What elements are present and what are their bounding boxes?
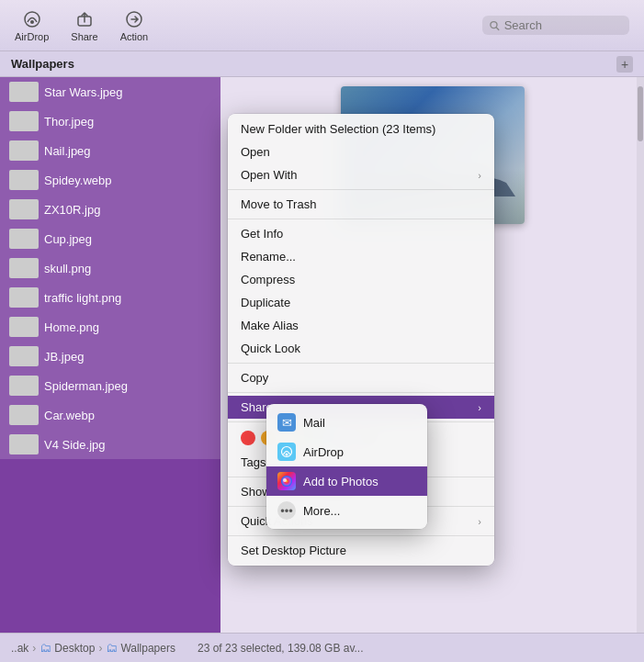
breadcrumb: ..ak › 🗂 Desktop › 🗂 Wallpapers 23 of 23… [11,641,364,655]
ctx-set-desktop[interactable]: Set Desktop Picture [228,539,494,562]
ctx-move-to-trash[interactable]: Move to Trash [228,193,494,216]
status-text: 23 of 23 selected, 139.08 GB av... [198,642,364,655]
file-thumb [9,111,39,131]
file-item[interactable]: Spiderman.jpeg [0,371,220,400]
share-submenu: ✉ Mail AirDrop [266,404,427,529]
file-item[interactable]: Spidey.webp [0,165,220,195]
file-name: ZX10R.jpg [44,203,100,217]
ctx-make-alias[interactable]: Make Alias [228,314,494,337]
file-name: Thor.jpeg [44,115,94,129]
airdrop-icon [22,9,42,29]
toolbar-airdrop[interactable]: AirDrop [15,9,49,42]
file-thumb [9,376,39,396]
file-item[interactable]: Cup.jpeg [0,224,220,253]
airdrop-submenu-icon [277,443,296,461]
svg-point-1 [30,20,34,24]
share-add-to-photos[interactable]: Add to Photos [266,466,427,496]
toolbar-share[interactable]: Share [71,9,97,42]
share-more[interactable]: ••• More... [266,496,427,525]
breadcrumb-wallpapers: 🗂 Wallpapers [106,641,175,655]
search-input[interactable] [504,18,622,32]
file-name: Home.png [44,320,99,334]
svg-point-7 [286,454,288,456]
ctx-copy[interactable]: Copy [228,366,494,389]
file-item[interactable]: skull.png [0,253,220,283]
file-list[interactable]: Star Wars.jpeg Thor.jpeg Nail.jpeg Spide… [0,77,220,633]
share-mail[interactable]: ✉ Mail [266,408,427,437]
svg-point-8 [281,476,292,487]
search-icon [490,20,500,31]
file-item[interactable]: Nail.jpeg [0,136,220,165]
file-item[interactable]: Home.png [0,312,220,342]
mail-icon: ✉ [277,413,296,432]
share-label: Share [71,31,97,42]
ctx-rename[interactable]: Rename... [228,245,494,268]
file-name: skull.png [44,262,91,275]
ctx-duplicate[interactable]: Duplicate [228,291,494,314]
file-thumb [9,346,39,366]
action-icon [124,9,144,29]
file-name: Spiderman.jpeg [44,379,128,393]
scroll-track[interactable] [637,77,644,633]
ctx-sep-1 [228,189,494,190]
ctx-sep-3 [228,363,494,364]
file-name: Star Wars.jpeg [44,85,123,99]
file-item[interactable]: ZX10R.jpg [0,195,220,224]
file-item[interactable]: JB.jpeg [0,342,220,371]
ctx-sep-2 [228,219,494,219]
share-airdrop[interactable]: AirDrop [266,437,427,466]
ctx-open-with[interactable]: Open With › [228,163,494,186]
file-name: traffic light.png [44,291,121,305]
ctx-sep-4 [228,392,494,393]
breadcrumb-desktop: 🗂 Desktop [40,641,95,655]
share-arrow: › [478,402,481,413]
toolbar-left: AirDrop Share Action [15,9,148,42]
airdrop-label: AirDrop [15,31,49,42]
ctx-sep-8 [228,535,494,536]
file-thumb [9,317,39,337]
quick-actions-arrow: › [478,516,481,527]
file-thumb [9,287,39,308]
file-thumb [9,434,39,454]
svg-point-9 [283,478,287,482]
tag-dot-red[interactable] [241,431,255,445]
action-label: Action [120,31,149,42]
file-thumb [9,199,39,219]
file-thumb [9,229,39,249]
status-bar: ..ak › 🗂 Desktop › 🗂 Wallpapers 23 of 23… [0,633,644,662]
file-item[interactable]: traffic light.png [0,283,220,312]
file-name: Cup.jpeg [44,232,92,246]
file-name: Car.webp [44,409,95,422]
ctx-quick-look[interactable]: Quick Look [228,337,494,360]
file-name: JB.jpeg [44,350,84,364]
more-icon: ••• [277,501,296,520]
finder-main: Star Wars.jpeg Thor.jpeg Nail.jpeg Spide… [0,77,644,633]
scroll-thumb[interactable] [638,86,643,141]
ctx-compress[interactable]: Compress [228,268,494,291]
ctx-get-info[interactable]: Get Info [228,222,494,245]
ctx-new-folder[interactable]: New Folder with Selection (23 Items) [228,118,494,140]
file-thumb [9,82,39,102]
share-icon [74,9,95,29]
finder-titlebar: Wallpapers + [0,51,644,77]
file-item[interactable]: Star Wars.jpeg [0,77,220,107]
breadcrumb-back: ..ak [11,642,28,655]
file-item[interactable]: Car.webp [0,400,220,430]
file-name: Nail.jpeg [44,144,91,158]
file-item[interactable]: V4 Side.jpg [0,430,220,459]
file-thumb [9,258,39,278]
file-thumb [9,140,39,161]
search-bar[interactable] [482,16,629,35]
open-with-arrow: › [478,170,481,181]
file-thumb [9,405,39,425]
ctx-open[interactable]: Open [228,140,494,163]
add-button[interactable]: + [616,56,633,73]
file-name: V4 Side.jpg [44,438,106,452]
svg-point-0 [25,12,40,27]
finder-toolbar: AirDrop Share Action [0,0,644,51]
toolbar-action[interactable]: Action [120,9,149,42]
file-item[interactable]: Thor.jpeg [0,107,220,136]
file-thumb [9,170,39,190]
photos-icon [277,472,296,490]
finder-title: Wallpapers [11,57,74,71]
